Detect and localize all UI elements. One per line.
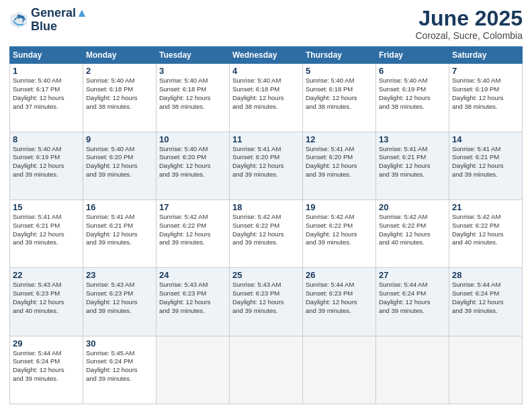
day-info: Sunrise: 5:40 AM Sunset: 6:19 PM Dayligh… [379,77,446,111]
svg-point-1 [17,14,21,17]
col-sunday: Sunday [10,47,83,64]
day-number: 1 [13,66,80,76]
col-saturday: Saturday [449,47,523,64]
day-info: Sunrise: 5:43 AM Sunset: 6:23 PM Dayligh… [86,281,153,315]
day-info: Sunrise: 5:41 AM Sunset: 6:21 PM Dayligh… [379,145,446,179]
week-row-4: 22 Sunrise: 5:43 AM Sunset: 6:23 PM Dayl… [10,268,523,336]
location: Corozal, Sucre, Colombia [415,30,523,41]
day-number: 17 [159,202,226,212]
day-info: Sunrise: 5:40 AM Sunset: 6:18 PM Dayligh… [159,77,226,111]
logo-line1-blue: ▲ [76,6,88,19]
logo: General▲ Blue [9,7,88,34]
day-cell-21: 21 Sunrise: 5:42 AM Sunset: 6:22 PM Dayl… [449,199,523,267]
day-number: 10 [159,134,226,144]
day-info: Sunrise: 5:42 AM Sunset: 6:22 PM Dayligh… [159,213,226,247]
day-cell-23: 23 Sunrise: 5:43 AM Sunset: 6:23 PM Dayl… [83,268,157,336]
day-info: Sunrise: 5:40 AM Sunset: 6:20 PM Dayligh… [86,145,153,179]
day-number: 26 [306,270,373,280]
day-cell-3: 3 Sunrise: 5:40 AM Sunset: 6:18 PM Dayli… [157,64,230,132]
day-cell-2: 2 Sunrise: 5:40 AM Sunset: 6:18 PM Dayli… [83,64,157,132]
day-cell-8: 8 Sunrise: 5:40 AM Sunset: 6:19 PM Dayli… [10,132,83,199]
day-cell-30: 30 Sunrise: 5:45 AM Sunset: 6:24 PM Dayl… [83,336,157,404]
day-number: 22 [13,270,80,280]
empty-cell [449,336,523,404]
day-cell-4: 4 Sunrise: 5:40 AM Sunset: 6:18 PM Dayli… [230,64,303,132]
day-cell-29: 29 Sunrise: 5:44 AM Sunset: 6:24 PM Dayl… [10,336,83,404]
day-number: 12 [306,134,373,144]
day-cell-7: 7 Sunrise: 5:40 AM Sunset: 6:19 PM Dayli… [449,64,523,132]
day-number: 23 [86,270,153,280]
day-cell-20: 20 Sunrise: 5:42 AM Sunset: 6:22 PM Dayl… [376,199,449,267]
day-number: 8 [13,134,80,144]
logo-text: General▲ Blue [31,7,88,34]
day-info: Sunrise: 5:44 AM Sunset: 6:23 PM Dayligh… [306,281,373,315]
day-cell-15: 15 Sunrise: 5:41 AM Sunset: 6:21 PM Dayl… [10,199,83,267]
week-row-2: 8 Sunrise: 5:40 AM Sunset: 6:19 PM Dayli… [10,132,523,199]
day-info: Sunrise: 5:40 AM Sunset: 6:18 PM Dayligh… [86,77,153,111]
day-cell-10: 10 Sunrise: 5:40 AM Sunset: 6:20 PM Dayl… [157,132,230,199]
day-number: 4 [232,66,300,76]
day-info: Sunrise: 5:42 AM Sunset: 6:22 PM Dayligh… [452,213,519,247]
day-info: Sunrise: 5:41 AM Sunset: 6:21 PM Dayligh… [86,213,153,247]
empty-cell [303,336,376,404]
day-info: Sunrise: 5:41 AM Sunset: 6:20 PM Dayligh… [306,145,373,179]
day-number: 21 [452,202,519,212]
day-info: Sunrise: 5:43 AM Sunset: 6:23 PM Dayligh… [13,281,80,315]
day-info: Sunrise: 5:44 AM Sunset: 6:24 PM Dayligh… [13,349,80,383]
month-year: June 2025 [415,7,523,30]
day-number: 14 [452,134,519,144]
col-tuesday: Tuesday [157,47,230,64]
calendar-header-row: Sunday Monday Tuesday Wednesday Thursday… [10,47,523,64]
day-cell-24: 24 Sunrise: 5:43 AM Sunset: 6:23 PM Dayl… [157,268,230,336]
day-cell-25: 25 Sunrise: 5:43 AM Sunset: 6:23 PM Dayl… [230,268,303,336]
day-cell-28: 28 Sunrise: 5:44 AM Sunset: 6:24 PM Dayl… [449,268,523,336]
day-number: 19 [306,202,373,212]
day-cell-9: 9 Sunrise: 5:40 AM Sunset: 6:20 PM Dayli… [83,132,157,199]
day-number: 29 [13,338,80,349]
day-info: Sunrise: 5:42 AM Sunset: 6:22 PM Dayligh… [232,213,300,247]
day-info: Sunrise: 5:40 AM Sunset: 6:18 PM Dayligh… [306,77,373,111]
day-number: 24 [159,270,226,280]
day-cell-26: 26 Sunrise: 5:44 AM Sunset: 6:23 PM Dayl… [303,268,376,336]
day-number: 11 [232,134,300,144]
day-number: 27 [379,270,446,280]
header: General▲ Blue June 2025 Corozal, Sucre, … [9,7,523,41]
day-number: 28 [452,270,519,280]
col-wednesday: Wednesday [230,47,303,64]
day-cell-12: 12 Sunrise: 5:41 AM Sunset: 6:20 PM Dayl… [303,132,376,199]
day-cell-11: 11 Sunrise: 5:41 AM Sunset: 6:20 PM Dayl… [230,132,303,199]
logo-line1: General▲ [31,7,88,20]
week-row-3: 15 Sunrise: 5:41 AM Sunset: 6:21 PM Dayl… [10,199,523,267]
day-cell-18: 18 Sunrise: 5:42 AM Sunset: 6:22 PM Dayl… [230,199,303,267]
day-info: Sunrise: 5:41 AM Sunset: 6:20 PM Dayligh… [232,145,300,179]
day-cell-14: 14 Sunrise: 5:41 AM Sunset: 6:21 PM Dayl… [449,132,523,199]
day-info: Sunrise: 5:42 AM Sunset: 6:22 PM Dayligh… [306,213,373,247]
day-cell-27: 27 Sunrise: 5:44 AM Sunset: 6:24 PM Dayl… [376,268,449,336]
day-info: Sunrise: 5:40 AM Sunset: 6:19 PM Dayligh… [13,145,80,179]
day-info: Sunrise: 5:44 AM Sunset: 6:24 PM Dayligh… [452,281,519,315]
day-info: Sunrise: 5:40 AM Sunset: 6:19 PM Dayligh… [452,77,519,111]
day-number: 9 [86,134,153,144]
week-row-5: 29 Sunrise: 5:44 AM Sunset: 6:24 PM Dayl… [10,336,523,404]
logo-icon [9,11,28,30]
day-number: 20 [379,202,446,212]
day-cell-5: 5 Sunrise: 5:40 AM Sunset: 6:18 PM Dayli… [303,64,376,132]
day-number: 7 [452,66,519,76]
day-number: 2 [86,66,153,76]
empty-cell [376,336,449,404]
day-info: Sunrise: 5:42 AM Sunset: 6:22 PM Dayligh… [379,213,446,247]
empty-cell [230,336,303,404]
day-cell-17: 17 Sunrise: 5:42 AM Sunset: 6:22 PM Dayl… [157,199,230,267]
day-info: Sunrise: 5:40 AM Sunset: 6:17 PM Dayligh… [13,77,80,111]
day-cell-1: 1 Sunrise: 5:40 AM Sunset: 6:17 PM Dayli… [10,64,83,132]
logo-line2: Blue [31,20,88,34]
day-cell-16: 16 Sunrise: 5:41 AM Sunset: 6:21 PM Dayl… [83,199,157,267]
day-info: Sunrise: 5:44 AM Sunset: 6:24 PM Dayligh… [379,281,446,315]
day-info: Sunrise: 5:41 AM Sunset: 6:21 PM Dayligh… [13,213,80,247]
day-number: 25 [232,270,300,280]
day-cell-13: 13 Sunrise: 5:41 AM Sunset: 6:21 PM Dayl… [376,132,449,199]
day-info: Sunrise: 5:40 AM Sunset: 6:18 PM Dayligh… [232,77,300,111]
title-block: June 2025 Corozal, Sucre, Colombia [415,7,523,41]
day-number: 15 [13,202,80,212]
page: General▲ Blue June 2025 Corozal, Sucre, … [0,0,532,411]
